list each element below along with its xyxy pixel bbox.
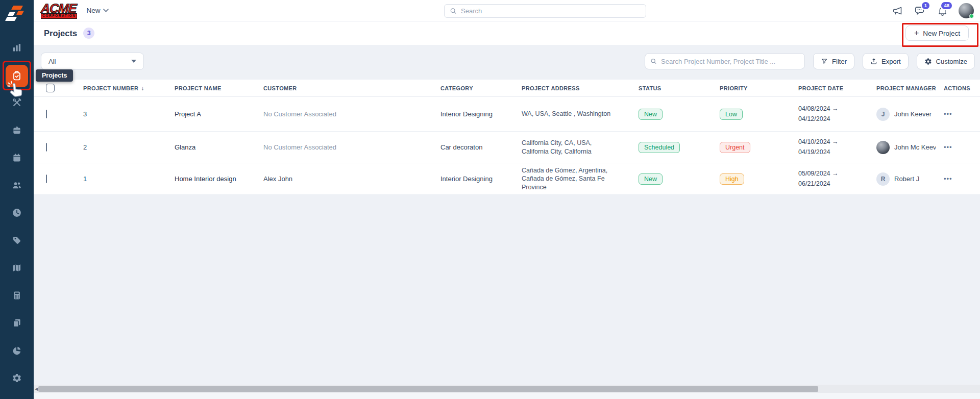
hand-cursor-icon xyxy=(5,78,27,102)
col-header-project-number[interactable]: PROJECT NUMBER↓ xyxy=(83,85,175,92)
new-project-button[interactable]: + New Project xyxy=(905,26,969,41)
sidebar-item-documents[interactable] xyxy=(12,319,22,329)
users-icon xyxy=(12,180,22,192)
category: Interior Designing xyxy=(440,175,522,183)
projects-table: PROJECT NUMBER↓ PROJECT NAME CUSTOMER CA… xyxy=(34,80,980,195)
row-actions-button[interactable]: ••• xyxy=(944,175,980,183)
page-title: Projects xyxy=(44,29,77,38)
project-search-input[interactable] xyxy=(661,58,799,65)
filter-band: All Filter Export Customize xyxy=(34,45,980,78)
project-date: 04/08/2024 →04/12/2024 xyxy=(798,104,876,124)
export-icon xyxy=(870,58,877,65)
table-row[interactable]: 3 Project A No Customer Associated Inter… xyxy=(34,97,980,132)
project-name: Project A xyxy=(175,110,263,118)
view-filter-dropdown[interactable]: All xyxy=(41,53,144,70)
sidebar-item-reports[interactable] xyxy=(12,346,22,357)
sidebar-item-calendar[interactable] xyxy=(12,154,22,164)
announcements-button[interactable] xyxy=(891,5,903,17)
sidebar-item-dashboard[interactable] xyxy=(12,43,22,54)
bottom-strip xyxy=(34,393,980,399)
sidebar-item-teams[interactable] xyxy=(12,181,22,191)
new-project-label: New Project xyxy=(923,30,960,37)
sidebar-item-map[interactable] xyxy=(12,264,22,274)
project-address: California City, CA, USA,California City… xyxy=(522,139,639,156)
sidebar-item-jobs[interactable] xyxy=(12,126,22,136)
avatar: R xyxy=(876,172,890,186)
table-row[interactable]: 2 Glanza No Customer Associated Car deco… xyxy=(34,132,980,163)
page-header: Projects 3 + New Project xyxy=(34,21,980,45)
calendar-icon xyxy=(12,153,22,165)
main-area: ACME CORPORATION New 1 48 xyxy=(34,0,980,399)
projects-tooltip: Projects xyxy=(36,69,73,82)
user-avatar[interactable] xyxy=(959,3,974,18)
row-checkbox[interactable] xyxy=(46,143,47,152)
project-search xyxy=(645,53,805,69)
row-actions-button[interactable]: ••• xyxy=(944,110,980,118)
category: Interior Designing xyxy=(440,110,522,118)
messages-button[interactable]: 1 xyxy=(914,5,926,17)
horizontal-scrollbar[interactable]: ◀ xyxy=(34,385,980,393)
project-number: 3 xyxy=(83,110,175,118)
customize-button[interactable]: Customize xyxy=(917,53,975,69)
priority-badge: Low xyxy=(720,109,743,120)
status-badge: Scheduled xyxy=(639,142,680,153)
view-filter-value: All xyxy=(48,58,56,65)
project-date: 05/09/2024 →06/21/2024 xyxy=(798,169,876,189)
customer: No Customer Associated xyxy=(263,143,440,151)
gear-icon xyxy=(924,58,932,65)
manager-name: John Mc Keev xyxy=(894,143,936,151)
notifications-button[interactable]: 48 xyxy=(936,5,948,17)
scrollbar-thumb[interactable] xyxy=(38,386,818,392)
messages-badge: 1 xyxy=(921,1,930,10)
sort-desc-icon[interactable]: ↓ xyxy=(141,85,144,92)
funnel-icon xyxy=(821,58,828,65)
col-header-priority[interactable]: PRIORITY xyxy=(720,85,798,91)
col-header-customer[interactable]: CUSTOMER xyxy=(263,85,440,91)
filter-button[interactable]: Filter xyxy=(813,53,854,69)
tag-icon xyxy=(12,235,22,247)
project-manager: John Mc Keev xyxy=(876,141,944,154)
manager-name: Robert J xyxy=(894,175,919,183)
sidebar xyxy=(0,0,34,399)
notifications-badge: 48 xyxy=(940,1,953,10)
export-button[interactable]: Export xyxy=(863,53,909,69)
online-status-dot xyxy=(969,14,974,18)
select-all-checkbox[interactable] xyxy=(46,84,55,92)
global-search-input[interactable] xyxy=(461,7,641,15)
project-number: 2 xyxy=(83,143,175,151)
col-header-status[interactable]: STATUS xyxy=(639,85,720,91)
search-icon xyxy=(450,7,457,15)
customize-button-label: Customize xyxy=(936,58,967,65)
acme-logo[interactable]: ACME CORPORATION xyxy=(41,2,77,19)
bar-chart-icon xyxy=(12,42,22,55)
sidebar-item-tags[interactable] xyxy=(12,236,22,246)
priority-badge: High xyxy=(720,173,744,185)
search-icon xyxy=(650,58,657,65)
manager-name: John Keever xyxy=(894,110,932,118)
row-checkbox[interactable] xyxy=(46,110,47,118)
briefcase-icon xyxy=(12,125,22,137)
row-actions-button[interactable]: ••• xyxy=(944,143,980,151)
col-header-project-manager[interactable]: PROJECT MANAGER xyxy=(876,85,944,91)
project-address: Cañada de Gómez, Argentina,Cañada de Góm… xyxy=(522,166,639,192)
sidebar-item-timesheets[interactable] xyxy=(12,209,22,219)
table-row[interactable]: 1 Home Interior design Alex John Interio… xyxy=(34,163,980,195)
col-header-project-date[interactable]: PROJECT DATE xyxy=(798,85,876,91)
table-body: 3 Project A No Customer Associated Inter… xyxy=(34,97,980,195)
status-badge: New xyxy=(639,173,663,185)
new-menu-dropdown[interactable]: New xyxy=(86,7,109,14)
project-address: WA, USA, Seattle , Washington xyxy=(522,110,639,118)
col-header-project-address[interactable]: PROJECT ADDRESS xyxy=(522,85,639,91)
avatar: J xyxy=(876,108,890,121)
gear-icon xyxy=(12,373,22,385)
col-header-project-name[interactable]: PROJECT NAME xyxy=(175,85,263,91)
projects-count-badge: 3 xyxy=(83,28,94,39)
zuper-logo[interactable] xyxy=(0,0,34,29)
col-header-category[interactable]: CATEGORY xyxy=(440,85,522,91)
calculator-icon xyxy=(12,290,22,303)
sidebar-item-settings[interactable] xyxy=(12,374,22,384)
row-checkbox[interactable] xyxy=(46,174,47,183)
sidebar-item-invoices[interactable] xyxy=(12,291,22,302)
plus-icon: + xyxy=(914,29,919,38)
project-date: 04/10/2024 →04/19/2024 xyxy=(798,137,876,157)
